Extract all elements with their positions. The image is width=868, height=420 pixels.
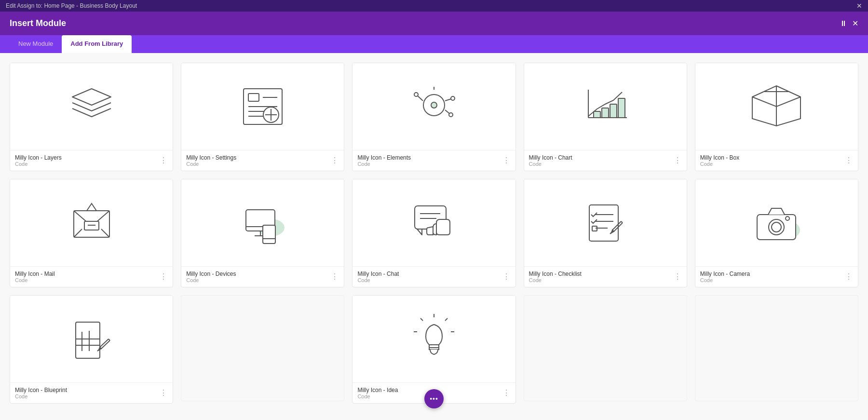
card-type-settings: Code xyxy=(186,161,236,167)
card-name-idea: Milly Icon - Idea xyxy=(357,387,398,393)
title-bar: Edit Assign to: Home Page - Business Bod… xyxy=(0,0,868,12)
module-grid: Milly Icon - Layers Code ⋮ xyxy=(10,63,858,404)
card-name-settings: Milly Icon - Settings xyxy=(186,154,236,161)
card-menu-camera[interactable]: ⋮ xyxy=(845,273,853,281)
card-devices[interactable]: Milly Icon - Devices Code ⋮ xyxy=(181,179,344,287)
card-type-chat: Code xyxy=(357,277,399,283)
card-box[interactable]: Milly Icon - Box Code ⋮ xyxy=(695,63,858,171)
svg-rect-58 xyxy=(76,322,100,358)
card-type-devices: Code xyxy=(186,277,236,283)
svg-rect-2 xyxy=(248,94,259,101)
card-type-idea: Code xyxy=(357,393,398,399)
card-menu-chat[interactable]: ⋮ xyxy=(502,273,511,281)
modal-header-actions: ⏸ ✕ xyxy=(840,19,858,28)
svg-rect-38 xyxy=(263,225,275,244)
card-icon-area-mail xyxy=(10,179,173,266)
modal-header: Insert Module ⏸ ✕ xyxy=(0,12,868,35)
card-menu-box[interactable]: ⋮ xyxy=(845,157,853,164)
card-checklist[interactable]: Milly Icon - Checklist Code ⋮ xyxy=(524,179,687,287)
modal-pause-button[interactable]: ⏸ xyxy=(840,19,847,28)
card-camera[interactable]: Milly Icon - Camera Code ⋮ xyxy=(695,179,858,287)
card-blueprint[interactable]: Milly Icon - Blueprint Code ⋮ xyxy=(10,295,173,404)
card-footer-chart: Milly Icon - Chart Code ⋮ xyxy=(524,150,687,171)
card-type-layers: Code xyxy=(15,161,62,167)
empty-card-3 xyxy=(695,295,858,401)
card-type-elements: Code xyxy=(357,161,411,167)
svg-rect-22 xyxy=(594,111,600,118)
svg-line-66 xyxy=(108,339,110,340)
card-icon-area-checklist xyxy=(524,179,687,266)
card-icon-area-settings xyxy=(181,63,344,150)
tab-new-module[interactable]: New Module xyxy=(10,35,62,53)
svg-rect-21 xyxy=(602,108,609,118)
card-menu-checklist[interactable]: ⋮ xyxy=(674,273,682,281)
card-icon-area-layers xyxy=(10,63,173,150)
card-menu-elements[interactable]: ⋮ xyxy=(502,157,511,164)
card-icon-area-devices xyxy=(181,179,344,266)
card-name-elements: Milly Icon - Elements xyxy=(357,154,411,161)
svg-point-18 xyxy=(449,113,453,117)
card-layers[interactable]: Milly Icon - Layers Code ⋮ xyxy=(10,63,173,171)
title-bar-text: Edit Assign to: Home Page - Business Bod… xyxy=(6,2,137,9)
card-type-camera: Code xyxy=(700,277,750,283)
fab-button[interactable]: ••• xyxy=(424,389,444,408)
card-menu-idea[interactable]: ⋮ xyxy=(502,389,511,397)
card-footer-chat: Milly Icon - Chat Code ⋮ xyxy=(353,266,515,287)
content-area[interactable]: Milly Icon - Layers Code ⋮ xyxy=(0,53,868,420)
card-icon-area-chart xyxy=(524,63,687,150)
card-type-mail: Code xyxy=(15,277,55,283)
card-footer-box: Milly Icon - Box Code ⋮ xyxy=(695,150,858,171)
card-mail[interactable]: Milly Icon - Mail Code ⋮ xyxy=(10,179,173,287)
card-menu-settings[interactable]: ⋮ xyxy=(331,157,339,164)
svg-point-56 xyxy=(772,222,781,232)
card-footer-settings: Milly Icon - Settings Code ⋮ xyxy=(181,150,344,171)
card-icon-area-elements xyxy=(353,63,515,150)
empty-card-1 xyxy=(181,295,344,401)
card-name-chat: Milly Icon - Chat xyxy=(357,271,399,277)
card-menu-devices[interactable]: ⋮ xyxy=(331,273,339,281)
fab-icon: ••• xyxy=(430,395,438,403)
card-footer-camera: Milly Icon - Camera Code ⋮ xyxy=(695,266,858,287)
card-menu-blueprint[interactable]: ⋮ xyxy=(160,389,168,397)
tabs-bar: New Module Add From Library xyxy=(0,35,868,53)
modal-close-button[interactable]: ✕ xyxy=(852,19,858,28)
card-chat[interactable]: Milly Icon - Chat Code ⋮ xyxy=(352,179,515,287)
svg-line-52 xyxy=(621,221,623,223)
card-name-box: Milly Icon - Box xyxy=(700,154,739,161)
card-type-box: Code xyxy=(700,161,739,167)
card-settings[interactable]: Milly Icon - Settings Code ⋮ xyxy=(181,63,344,171)
card-name-chart: Milly Icon - Chart xyxy=(529,154,572,161)
card-name-devices: Milly Icon - Devices xyxy=(186,271,236,277)
card-name-layers: Milly Icon - Layers xyxy=(15,154,62,161)
card-footer-mail: Milly Icon - Mail Code ⋮ xyxy=(10,266,173,287)
tab-add-from-library[interactable]: Add From Library xyxy=(62,35,132,53)
modal: Insert Module ⏸ ✕ New Module Add From Li… xyxy=(0,12,868,420)
card-menu-layers[interactable]: ⋮ xyxy=(160,157,168,164)
card-menu-mail[interactable]: ⋮ xyxy=(160,273,168,281)
card-type-blueprint: Code xyxy=(15,393,67,399)
card-menu-chart[interactable]: ⋮ xyxy=(674,157,682,164)
card-idea[interactable]: Milly Icon - Idea Code ⋮ xyxy=(352,295,515,404)
title-bar-close-button[interactable]: ✕ xyxy=(856,2,862,10)
card-elements[interactable]: Milly Icon - Elements Code ⋮ xyxy=(352,63,515,171)
card-footer-layers: Milly Icon - Layers Code ⋮ xyxy=(10,150,173,171)
svg-point-11 xyxy=(431,102,437,108)
svg-rect-20 xyxy=(610,104,617,118)
card-footer-elements: Milly Icon - Elements Code ⋮ xyxy=(353,150,515,171)
card-footer-checklist: Milly Icon - Checklist Code ⋮ xyxy=(524,266,687,287)
card-name-checklist: Milly Icon - Checklist xyxy=(529,271,582,277)
card-chart[interactable]: Milly Icon - Chart Code ⋮ xyxy=(524,63,687,171)
card-footer-blueprint: Milly Icon - Blueprint Code ⋮ xyxy=(10,382,173,403)
card-icon-area-camera xyxy=(695,179,858,266)
card-footer-devices: Milly Icon - Devices Code ⋮ xyxy=(181,266,344,287)
card-type-checklist: Code xyxy=(529,277,582,283)
svg-point-57 xyxy=(786,217,789,220)
svg-marker-43 xyxy=(417,229,422,235)
modal-title: Insert Module xyxy=(10,18,66,28)
svg-point-17 xyxy=(451,96,455,100)
card-type-chart: Code xyxy=(529,161,572,167)
svg-line-68 xyxy=(445,318,448,321)
card-icon-area-chat xyxy=(353,179,515,266)
empty-card-2 xyxy=(524,295,687,401)
card-icon-area-idea xyxy=(353,296,515,382)
